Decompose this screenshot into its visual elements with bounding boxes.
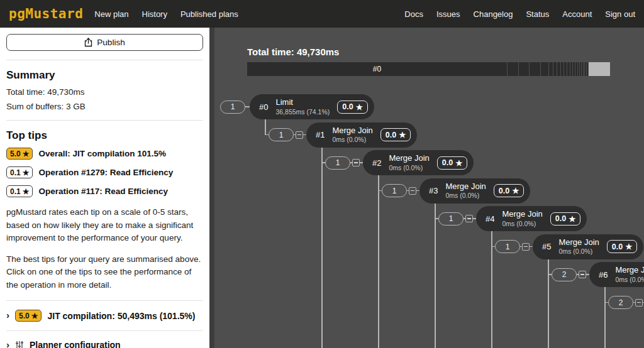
tip-label: Overall: JIT compilation 101.5% xyxy=(38,149,166,158)
node-count-pill[interactable]: 1 xyxy=(325,156,350,170)
nav-item-left-0[interactable]: New plan xyxy=(94,9,128,19)
node-count-pill[interactable]: 1 xyxy=(495,240,520,253)
tip-label: Operation #117: Read Efficiency xyxy=(38,187,168,196)
connector-line xyxy=(245,106,250,107)
plan-visualizer: Total time: 49,730ms #0 1#0Limit36,855ms… xyxy=(214,28,644,348)
plan-node[interactable]: #5Merge Join0ms (0.0%)0.0★ xyxy=(533,234,643,259)
nav-item-right-1[interactable]: Issues xyxy=(436,9,460,19)
sliders-icon xyxy=(15,340,24,348)
plan-node-detail: 0ms (0.0%) xyxy=(389,164,429,172)
rating-badge: 0.0★ xyxy=(380,128,411,141)
plan-node-title: Merge Join xyxy=(389,153,429,163)
sidebar-scrollbar[interactable] xyxy=(209,28,214,348)
nav-item-right-2[interactable]: Changelog xyxy=(474,9,513,19)
plan-node-detail: 0ms (0.0%) xyxy=(445,192,486,200)
tip-row[interactable]: 0.1★Operation #1279: Read Efficiency xyxy=(6,166,203,178)
connector-line xyxy=(548,259,549,275)
plan-tree: 1#0Limit36,855ms (74.1%)0.0★1#1Merge Joi… xyxy=(214,28,644,348)
nav-item-right-5[interactable]: Sign out xyxy=(605,9,635,19)
star-icon: ★ xyxy=(399,130,406,139)
rating-value: 0.0 xyxy=(612,242,623,251)
explainer-paragraph: The best tips for your query are summari… xyxy=(6,253,203,292)
connector-line xyxy=(378,175,379,348)
rating-value: 0.0 xyxy=(386,131,396,139)
sidebar: Publish Summary Total time: 49,730msSum … xyxy=(0,28,209,348)
plan-node-text: Merge Join0ms (0.0%) xyxy=(332,126,372,144)
pgmustard-logo[interactable]: pgMustard xyxy=(9,6,83,21)
rating-value: 0.1 xyxy=(10,187,21,196)
collapse-toggle-icon[interactable] xyxy=(522,243,530,251)
plan-node-text: Limit36,855ms (74.1%) xyxy=(275,97,330,116)
star-icon: ★ xyxy=(455,158,462,168)
plan-node-text: Merge Join0ms (0.0%) xyxy=(615,265,644,283)
connector-line xyxy=(491,231,492,348)
divider xyxy=(6,300,203,301)
node-count-pill[interactable]: 1 xyxy=(438,212,464,226)
plan-node[interactable]: #3Merge Join0ms (0.0%)0.0★ xyxy=(419,178,530,204)
rating-badge: 0.0★ xyxy=(337,101,368,114)
star-icon: ★ xyxy=(569,214,575,224)
plan-node-detail: 0ms (0.0%) xyxy=(332,136,372,144)
section-row-1[interactable]: ›Planner configuration xyxy=(6,340,203,348)
collapse-toggle-icon[interactable] xyxy=(409,187,416,195)
plan-node[interactable]: #4Merge Join0ms (0.0%)0.0★ xyxy=(476,206,587,231)
tip-label: Operation #1279: Read Efficiency xyxy=(38,168,173,177)
share-icon xyxy=(84,38,92,47)
divider xyxy=(6,330,203,331)
node-count-pill[interactable]: 1 xyxy=(269,128,294,141)
node-count-pill[interactable]: 1 xyxy=(220,101,245,114)
chevron-right-icon: › xyxy=(6,340,9,348)
plan-node-text: Merge Join0ms (0.0%) xyxy=(389,153,429,171)
star-icon: ★ xyxy=(356,102,363,112)
tip-row[interactable]: 0.1★Operation #117: Read Efficiency xyxy=(6,185,203,197)
nav-item-left-1[interactable]: History xyxy=(142,9,167,19)
publish-button[interactable]: Publish xyxy=(6,34,203,51)
plan-node-id: #4 xyxy=(486,214,494,224)
tip-list: 5.0★Overall: JIT compilation 101.5%0.1★O… xyxy=(6,148,203,197)
rating-badge: 5.0★ xyxy=(15,310,42,322)
plan-node[interactable]: #6Merge Join0ms (0.0%)0.0★ xyxy=(589,262,644,287)
divider xyxy=(6,120,203,121)
star-icon: ★ xyxy=(31,312,38,320)
plan-node-detail: 0ms (0.0%) xyxy=(502,220,542,228)
nav-right-group: DocsIssuesChangelogStatusAccountSign out xyxy=(404,9,635,19)
plan-node[interactable]: #2Merge Join0ms (0.0%)0.0★ xyxy=(363,150,474,175)
section-row-0[interactable]: ›5.0★JIT compilation: 50,493ms (101.5%) xyxy=(6,310,203,322)
plan-node-detail: 0ms (0.0%) xyxy=(615,276,644,284)
rating-value: 0.0 xyxy=(342,102,353,111)
connector-line xyxy=(435,204,436,219)
node-count-pill[interactable]: 2 xyxy=(608,296,633,309)
section-label: JIT compilation: 50,493ms (101.5%) xyxy=(47,311,195,321)
nav-item-left-2[interactable]: Published plans xyxy=(180,9,238,19)
plan-node[interactable]: #1Merge Join0ms (0.0%)0.0★ xyxy=(306,122,417,148)
rating-value: 0.1 xyxy=(10,168,21,177)
collapse-toggle-icon[interactable] xyxy=(352,159,360,166)
plan-node-text: Merge Join0ms (0.0%) xyxy=(502,209,542,227)
collapse-toggle-icon[interactable] xyxy=(579,271,586,278)
connector-line xyxy=(435,204,436,348)
summary-heading: Summary xyxy=(6,69,203,82)
star-icon: ★ xyxy=(512,186,519,195)
node-count-pill[interactable]: 1 xyxy=(382,184,407,197)
plan-node[interactable]: #0Limit36,855ms (74.1%)0.0★ xyxy=(250,94,374,119)
plan-node-id: #1 xyxy=(316,130,325,139)
rating-badge: 0.0★ xyxy=(607,240,638,253)
divider xyxy=(6,60,203,60)
collapse-toggle-icon[interactable] xyxy=(465,215,473,222)
rating-value: 5.0 xyxy=(10,150,21,158)
nav-item-right-0[interactable]: Docs xyxy=(404,9,423,19)
nav-item-right-4[interactable]: Account xyxy=(562,9,592,19)
plan-node-id: #5 xyxy=(542,242,551,251)
node-count-pill[interactable]: 2 xyxy=(552,268,577,281)
connector-line xyxy=(321,148,323,348)
nav-item-right-3[interactable]: Status xyxy=(526,9,549,19)
collapse-toggle-icon[interactable] xyxy=(296,131,303,139)
plan-node-text: Merge Join0ms (0.0%) xyxy=(445,182,486,200)
plan-node-detail: 36,855ms (74.1%) xyxy=(275,108,330,116)
plan-node-title: Merge Join xyxy=(502,209,542,219)
tip-row[interactable]: 5.0★Overall: JIT compilation 101.5% xyxy=(6,148,203,160)
explainer-paragraph: pgMustard rates each tip on a scale of 0… xyxy=(6,206,203,245)
rating-value: 5.0 xyxy=(19,312,30,320)
collapse-toggle-icon[interactable] xyxy=(635,299,643,307)
rating-value: 0.0 xyxy=(499,187,509,195)
